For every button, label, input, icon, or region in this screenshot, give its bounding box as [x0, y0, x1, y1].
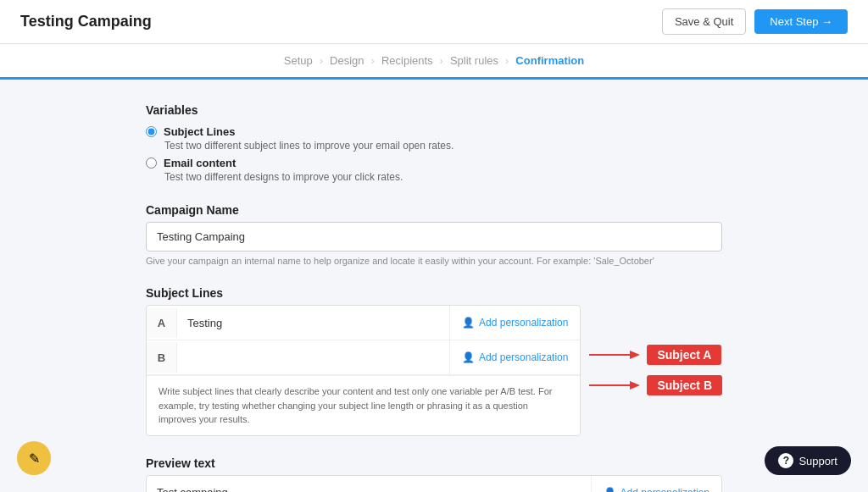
subject-a-badge: Subject A — [647, 345, 721, 365]
main-content: Variables Subject Lines Test two differe… — [129, 80, 739, 492]
email-content-radio[interactable] — [146, 158, 157, 169]
preview-text-box: 👤 Add personalization — [146, 475, 722, 493]
email-content-option: Email content Test two different designs… — [146, 157, 722, 183]
subject-lines-main: A 👤 Add personalization B 👤 Add — [146, 305, 581, 436]
save-quit-button[interactable]: Save & Quit — [662, 8, 746, 35]
sep-1: › — [320, 54, 323, 67]
sep-4: › — [505, 54, 509, 67]
float-edit-button[interactable]: ✎ — [17, 441, 51, 475]
step-setup[interactable]: Setup — [284, 54, 313, 67]
callout-row-b: Subject B — [589, 375, 722, 395]
email-content-label: Email content — [164, 157, 236, 169]
sep-3: › — [440, 54, 443, 67]
arrow-a-icon — [589, 346, 640, 363]
variables-label: Variables — [146, 103, 722, 117]
subject-lines-radio[interactable] — [146, 126, 157, 137]
callout-row-a: Subject A — [589, 345, 722, 365]
support-button[interactable]: ? Support — [765, 446, 851, 475]
subject-lines-option: Subject Lines Test two different subject… — [146, 125, 722, 152]
question-icon: ? — [778, 453, 793, 468]
svg-marker-3 — [630, 381, 640, 390]
campaign-name-input[interactable] — [146, 222, 722, 252]
step-confirmation[interactable]: Confirmation — [515, 54, 584, 67]
subject-row-b: B 👤 Add personalization — [147, 340, 580, 375]
next-step-button[interactable]: Next Step → — [754, 9, 848, 34]
step-recipients[interactable]: Recipients — [381, 54, 433, 67]
subject-lines-wrapper: A 👤 Add personalization B 👤 Add — [146, 305, 722, 436]
subject-letter-b: B — [147, 343, 177, 373]
subject-lines-desc: Test two different subject lines to impr… — [164, 140, 722, 152]
subject-input-b[interactable] — [177, 343, 449, 373]
preview-add-personalization-button[interactable]: 👤 Add personalization — [591, 476, 721, 493]
page-title: Testing Campaing — [20, 13, 152, 30]
step-split-rules[interactable]: Split rules — [450, 54, 498, 67]
subject-b-badge: Subject B — [647, 375, 722, 395]
callout-labels: Subject A Subject B — [589, 345, 722, 395]
person-icon-preview: 👤 — [604, 487, 616, 493]
add-personalization-a-button[interactable]: 👤 Add personalization — [449, 306, 580, 340]
step-design[interactable]: Design — [330, 54, 364, 67]
campaign-name-section: Campaign Name Give your campaign an inte… — [146, 203, 722, 266]
campaign-name-hint: Give your campaign an internal name to h… — [146, 256, 722, 266]
variables-section: Variables Subject Lines Test two differe… — [146, 103, 722, 183]
preview-text-label: Preview text — [146, 456, 722, 470]
subject-lines-box: A 👤 Add personalization B 👤 Add — [146, 305, 581, 436]
preview-text-input[interactable] — [147, 478, 591, 492]
steps-nav: Setup › Design › Recipients › Split rule… — [0, 44, 868, 80]
subject-lines-section-label: Subject Lines — [146, 286, 722, 300]
subject-letter-a: A — [147, 308, 177, 338]
preview-text-section: Preview text 👤 Add personalization Write… — [146, 456, 722, 493]
pencil-icon: ✎ — [29, 451, 40, 467]
person-icon-b: 👤 — [462, 351, 475, 363]
header: Testing Campaing Save & Quit Next Step → — [0, 0, 868, 44]
arrow-b-icon — [589, 377, 640, 394]
subject-lines-section: Subject Lines A 👤 Add personalization — [146, 286, 722, 436]
add-personalization-b-button[interactable]: 👤 Add personalization — [449, 340, 580, 374]
sep-2: › — [371, 54, 375, 67]
email-content-desc: Test two different designs to improve yo… — [164, 171, 722, 183]
svg-marker-1 — [630, 351, 640, 359]
subject-input-a[interactable] — [177, 308, 449, 338]
subject-lines-hint: Write subject lines that clearly describ… — [147, 375, 580, 435]
subject-lines-label: Subject Lines — [164, 125, 236, 138]
header-actions: Save & Quit Next Step → — [662, 8, 848, 35]
campaign-name-label: Campaign Name — [146, 203, 722, 217]
person-icon-a: 👤 — [462, 317, 475, 329]
subject-row-a: A 👤 Add personalization — [147, 306, 580, 340]
variables-options: Subject Lines Test two different subject… — [146, 125, 722, 183]
